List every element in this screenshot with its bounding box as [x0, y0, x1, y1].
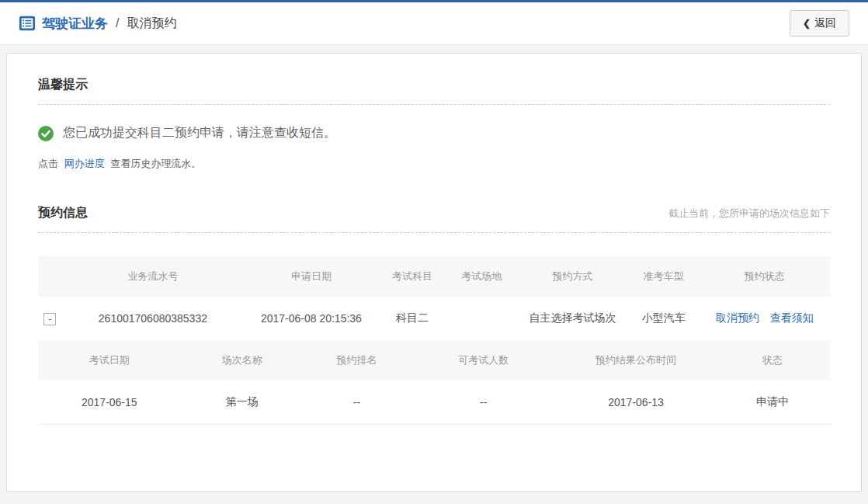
exam-date-value: 2017-06-15 — [38, 381, 181, 424]
session-name-value: 第一场 — [181, 381, 304, 424]
appointment-table-header-row: 业务流水号 申请日期 考试科目 考试场地 预约方式 准考车型 预约状态 — [38, 256, 830, 297]
cancel-appointment-link[interactable]: 取消预约 — [716, 311, 759, 324]
list-icon — [19, 15, 36, 32]
collapse-toggle[interactable]: - — [43, 313, 56, 325]
main-panel: 温馨提示 您已成功提交科目二预约申请，请注意查收短信。 点击 网办进度 查看历史… — [6, 53, 862, 492]
booking-subtitle: 截止当前，您所申请的场次信息如下 — [668, 207, 830, 221]
col-result-time: 预约结果公布时间 — [557, 340, 715, 381]
col-capacity: 可考试人数 — [410, 340, 557, 381]
page-header: 驾驶证业务 / 取消预约 ❮ 返回 — [0, 2, 868, 45]
back-button[interactable]: ❮ 返回 — [790, 10, 849, 36]
online-progress-link[interactable]: 网办进度 — [64, 158, 105, 169]
progress-hint-prefix: 点击 — [38, 158, 58, 169]
col-rank: 预约排名 — [304, 340, 411, 381]
progress-hint-suffix: 查看历史办理流水。 — [110, 158, 201, 169]
col-venue: 考试场地 — [446, 256, 517, 297]
col-subject: 考试科目 — [379, 256, 446, 297]
booking-section-header: 预约信息 截止当前，您所申请的场次信息如下 — [38, 205, 830, 221]
chevron-left-icon: ❮ — [803, 18, 811, 29]
success-message-row: 您已成功提交科目二预约申请，请注意查收短信。 — [38, 125, 830, 141]
appointment-row: - 261001706080385332 2017-06-08 20:15:36… — [38, 297, 830, 340]
rank-value: -- — [304, 381, 411, 424]
success-check-icon — [38, 126, 54, 141]
subject-value: 科目二 — [379, 297, 446, 340]
vehicle-value: 小型汽车 — [628, 297, 700, 340]
apply-date-value: 2017-06-08 20:15:36 — [244, 297, 378, 340]
tips-section: 温馨提示 您已成功提交科目二预约申请，请注意查收短信。 点击 网办进度 查看历史… — [38, 77, 830, 171]
appointment-table: 业务流水号 申请日期 考试科目 考试场地 预约方式 准考车型 预约状态 - — [38, 256, 830, 340]
method-value: 自主选择考试场次 — [517, 297, 628, 340]
breadcrumb-business-type[interactable]: 驾驶证业务 — [42, 15, 108, 33]
session-detail-row: 2017-06-15 第一场 -- -- 2017-06-13 申请中 — [38, 381, 830, 424]
back-button-label: 返回 — [814, 16, 836, 30]
col-vehicle: 准考车型 — [628, 256, 700, 297]
success-message: 您已成功提交科目二预约申请，请注意查收短信。 — [63, 125, 336, 141]
capacity-value: -- — [410, 381, 557, 424]
breadcrumb-current-page: 取消预约 — [127, 16, 176, 32]
breadcrumb-separator: / — [116, 16, 119, 30]
col-serial: 业务流水号 — [62, 256, 245, 297]
expander-cell: - — [38, 297, 62, 340]
view-notice-link[interactable]: 查看须知 — [770, 311, 814, 324]
result-time-value: 2017-06-13 — [557, 381, 715, 424]
actions-cell: 取消预约 查看须知 — [700, 297, 830, 340]
col-session-status: 状态 — [715, 340, 830, 381]
expander-column-header — [38, 256, 62, 297]
tips-title: 温馨提示 — [38, 77, 830, 93]
col-exam-date: 考试日期 — [38, 340, 181, 381]
venue-value — [446, 297, 517, 340]
divider — [38, 104, 830, 105]
col-method: 预约方式 — [517, 256, 628, 297]
booking-title: 预约信息 — [38, 205, 88, 221]
col-status: 预约状态 — [700, 256, 830, 297]
session-status-value: 申请中 — [715, 381, 830, 424]
booking-tables: 业务流水号 申请日期 考试科目 考试场地 预约方式 准考车型 预约状态 - — [38, 256, 830, 425]
progress-hint-row: 点击 网办进度 查看历史办理流水。 — [38, 157, 830, 171]
col-session-name: 场次名称 — [181, 340, 304, 381]
session-detail-table: 考试日期 场次名称 预约排名 可考试人数 预约结果公布时间 状态 2017-06… — [38, 340, 830, 425]
divider — [38, 232, 830, 233]
session-detail-header-row: 考试日期 场次名称 预约排名 可考试人数 预约结果公布时间 状态 — [38, 340, 830, 381]
col-apply-date: 申请日期 — [244, 256, 378, 297]
booking-section: 预约信息 截止当前，您所申请的场次信息如下 业务流水号 申请日期 考试科目 考 — [38, 205, 830, 425]
breadcrumb: 驾驶证业务 / 取消预约 — [19, 15, 176, 33]
serial-value: 261001706080385332 — [62, 297, 245, 340]
